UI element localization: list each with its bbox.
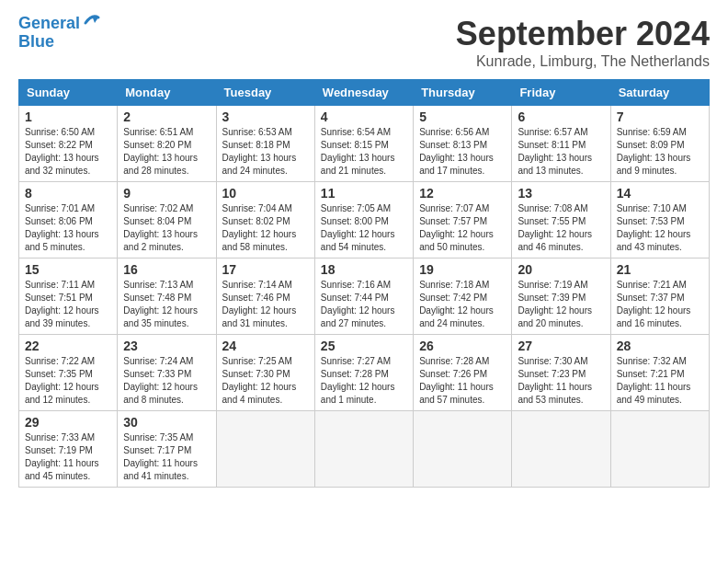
calendar-day-cell: 28Sunrise: 7:32 AM Sunset: 7:21 PM Dayli… xyxy=(610,335,709,411)
day-number: 15 xyxy=(25,262,111,277)
day-info: Sunrise: 6:50 AM Sunset: 8:22 PM Dayligh… xyxy=(25,126,111,178)
calendar-day-cell: 22Sunrise: 7:22 AM Sunset: 7:35 PM Dayli… xyxy=(19,335,118,411)
calendar-day-cell xyxy=(414,411,512,488)
day-info: Sunrise: 6:53 AM Sunset: 8:18 PM Dayligh… xyxy=(222,126,309,178)
logo-text: General xyxy=(18,15,80,33)
calendar-day-cell: 6Sunrise: 6:57 AM Sunset: 8:11 PM Daylig… xyxy=(512,106,610,182)
calendar-day-cell: 5Sunrise: 6:56 AM Sunset: 8:13 PM Daylig… xyxy=(414,106,512,182)
day-info: Sunrise: 7:01 AM Sunset: 8:06 PM Dayligh… xyxy=(25,202,111,254)
day-info: Sunrise: 6:56 AM Sunset: 8:13 PM Dayligh… xyxy=(419,126,506,178)
calendar-week-row: 15Sunrise: 7:11 AM Sunset: 7:51 PM Dayli… xyxy=(19,259,710,335)
calendar-day-cell: 21Sunrise: 7:21 AM Sunset: 7:37 PM Dayli… xyxy=(610,259,709,335)
calendar-day-cell: 25Sunrise: 7:27 AM Sunset: 7:28 PM Dayli… xyxy=(314,335,413,411)
day-number: 21 xyxy=(617,262,703,277)
day-number: 16 xyxy=(123,262,210,277)
weekday-header: Thursday xyxy=(414,80,512,106)
day-info: Sunrise: 7:24 AM Sunset: 7:33 PM Dayligh… xyxy=(123,355,210,407)
day-number: 3 xyxy=(222,109,309,124)
calendar-body: 1Sunrise: 6:50 AM Sunset: 8:22 PM Daylig… xyxy=(19,106,710,488)
weekday-header: Sunday xyxy=(19,80,118,106)
logo-icon xyxy=(82,10,102,30)
calendar-week-row: 22Sunrise: 7:22 AM Sunset: 7:35 PM Dayli… xyxy=(19,335,710,411)
day-info: Sunrise: 7:19 AM Sunset: 7:39 PM Dayligh… xyxy=(518,279,604,330)
calendar-day-cell: 16Sunrise: 7:13 AM Sunset: 7:48 PM Dayli… xyxy=(118,259,216,335)
day-info: Sunrise: 7:33 AM Sunset: 7:19 PM Dayligh… xyxy=(25,431,111,483)
calendar-day-cell xyxy=(512,411,610,488)
calendar-day-cell: 27Sunrise: 7:30 AM Sunset: 7:23 PM Dayli… xyxy=(512,335,610,411)
calendar-day-cell: 2Sunrise: 6:51 AM Sunset: 8:20 PM Daylig… xyxy=(118,106,216,182)
weekday-header: Friday xyxy=(512,80,610,106)
day-info: Sunrise: 7:21 AM Sunset: 7:37 PM Dayligh… xyxy=(617,279,703,330)
page-header: General Blue September 2024 Kunrade, Lim… xyxy=(18,15,710,70)
calendar-day-cell: 15Sunrise: 7:11 AM Sunset: 7:51 PM Dayli… xyxy=(19,259,118,335)
calendar-day-cell: 11Sunrise: 7:05 AM Sunset: 8:00 PM Dayli… xyxy=(314,182,413,259)
calendar-week-row: 1Sunrise: 6:50 AM Sunset: 8:22 PM Daylig… xyxy=(19,106,710,182)
day-number: 18 xyxy=(321,262,407,277)
day-info: Sunrise: 7:18 AM Sunset: 7:42 PM Dayligh… xyxy=(419,279,506,330)
day-info: Sunrise: 7:04 AM Sunset: 8:02 PM Dayligh… xyxy=(222,202,309,254)
day-number: 12 xyxy=(419,186,506,201)
calendar-day-cell: 26Sunrise: 7:28 AM Sunset: 7:26 PM Dayli… xyxy=(414,335,512,411)
calendar-day-cell: 17Sunrise: 7:14 AM Sunset: 7:46 PM Dayli… xyxy=(216,259,314,335)
weekday-header: Wednesday xyxy=(314,80,413,106)
day-info: Sunrise: 7:10 AM Sunset: 7:53 PM Dayligh… xyxy=(617,202,703,254)
calendar-week-row: 8Sunrise: 7:01 AM Sunset: 8:06 PM Daylig… xyxy=(19,182,710,259)
calendar-day-cell: 19Sunrise: 7:18 AM Sunset: 7:42 PM Dayli… xyxy=(414,259,512,335)
calendar-day-cell: 8Sunrise: 7:01 AM Sunset: 8:06 PM Daylig… xyxy=(19,182,118,259)
day-info: Sunrise: 7:22 AM Sunset: 7:35 PM Dayligh… xyxy=(25,355,111,407)
day-number: 5 xyxy=(419,109,506,124)
day-info: Sunrise: 7:13 AM Sunset: 7:48 PM Dayligh… xyxy=(123,279,210,330)
calendar-day-cell xyxy=(314,411,413,488)
calendar-header: SundayMondayTuesdayWednesdayThursdayFrid… xyxy=(19,80,710,106)
calendar-day-cell: 14Sunrise: 7:10 AM Sunset: 7:53 PM Dayli… xyxy=(610,182,709,259)
day-number: 27 xyxy=(518,339,604,353)
logo: General Blue xyxy=(18,15,102,50)
weekday-header: Tuesday xyxy=(216,80,314,106)
calendar-day-cell: 9Sunrise: 7:02 AM Sunset: 8:04 PM Daylig… xyxy=(118,182,216,259)
day-info: Sunrise: 7:25 AM Sunset: 7:30 PM Dayligh… xyxy=(222,355,309,407)
calendar-table: SundayMondayTuesdayWednesdayThursdayFrid… xyxy=(18,79,710,488)
day-info: Sunrise: 7:16 AM Sunset: 7:44 PM Dayligh… xyxy=(321,279,407,330)
day-info: Sunrise: 7:05 AM Sunset: 8:00 PM Dayligh… xyxy=(321,202,407,254)
day-number: 11 xyxy=(321,186,407,201)
calendar-day-cell xyxy=(610,411,709,488)
calendar-day-cell: 10Sunrise: 7:04 AM Sunset: 8:02 PM Dayli… xyxy=(216,182,314,259)
calendar-day-cell: 1Sunrise: 6:50 AM Sunset: 8:22 PM Daylig… xyxy=(19,106,118,182)
calendar-day-cell: 7Sunrise: 6:59 AM Sunset: 8:09 PM Daylig… xyxy=(610,106,709,182)
day-number: 7 xyxy=(617,109,703,124)
day-number: 2 xyxy=(123,109,210,124)
day-number: 26 xyxy=(419,339,506,353)
logo-line2: Blue xyxy=(18,33,102,50)
day-number: 22 xyxy=(25,339,111,353)
calendar-week-row: 29Sunrise: 7:33 AM Sunset: 7:19 PM Dayli… xyxy=(19,411,710,488)
month-title: September 2024 xyxy=(456,15,710,53)
day-info: Sunrise: 7:27 AM Sunset: 7:28 PM Dayligh… xyxy=(321,355,407,407)
day-number: 17 xyxy=(222,262,309,277)
day-number: 28 xyxy=(617,339,703,353)
day-info: Sunrise: 6:54 AM Sunset: 8:15 PM Dayligh… xyxy=(321,126,407,178)
day-info: Sunrise: 6:59 AM Sunset: 8:09 PM Dayligh… xyxy=(617,126,703,178)
day-number: 29 xyxy=(25,415,111,430)
day-info: Sunrise: 6:51 AM Sunset: 8:20 PM Dayligh… xyxy=(123,126,210,178)
calendar-day-cell: 18Sunrise: 7:16 AM Sunset: 7:44 PM Dayli… xyxy=(314,259,413,335)
day-number: 9 xyxy=(123,186,210,201)
day-number: 19 xyxy=(419,262,506,277)
calendar-day-cell xyxy=(216,411,314,488)
calendar-day-cell: 4Sunrise: 6:54 AM Sunset: 8:15 PM Daylig… xyxy=(314,106,413,182)
calendar-day-cell: 20Sunrise: 7:19 AM Sunset: 7:39 PM Dayli… xyxy=(512,259,610,335)
day-number: 8 xyxy=(25,186,111,201)
day-info: Sunrise: 7:35 AM Sunset: 7:17 PM Dayligh… xyxy=(123,431,210,483)
day-info: Sunrise: 7:14 AM Sunset: 7:46 PM Dayligh… xyxy=(222,279,309,330)
day-number: 23 xyxy=(123,339,210,353)
weekday-header: Saturday xyxy=(610,80,709,106)
day-number: 4 xyxy=(321,109,407,124)
day-info: Sunrise: 6:57 AM Sunset: 8:11 PM Dayligh… xyxy=(518,126,604,178)
title-block: September 2024 Kunrade, Limburg, The Net… xyxy=(456,15,710,70)
calendar-day-cell: 29Sunrise: 7:33 AM Sunset: 7:19 PM Dayli… xyxy=(19,411,118,488)
day-info: Sunrise: 7:32 AM Sunset: 7:21 PM Dayligh… xyxy=(617,355,703,407)
day-number: 20 xyxy=(518,262,604,277)
day-number: 25 xyxy=(321,339,407,353)
calendar-day-cell: 12Sunrise: 7:07 AM Sunset: 7:57 PM Dayli… xyxy=(414,182,512,259)
calendar-day-cell: 3Sunrise: 6:53 AM Sunset: 8:18 PM Daylig… xyxy=(216,106,314,182)
day-number: 13 xyxy=(518,186,604,201)
